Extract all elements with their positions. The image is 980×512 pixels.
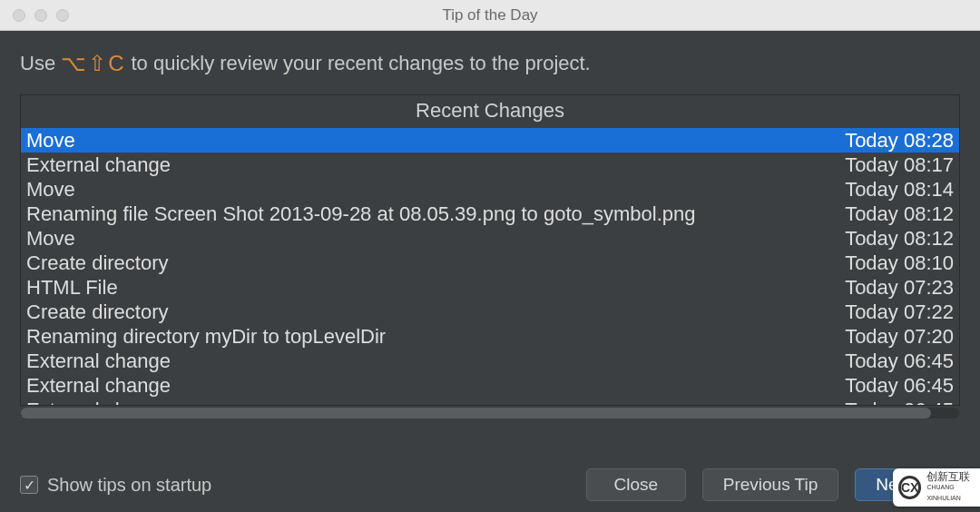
list-item-time: Today 08:17 xyxy=(827,153,954,177)
watermark-text: 创新互联 CHUANG XINHULIAN xyxy=(926,471,980,504)
recent-changes-list-viewport: MoveToday 08:28External changeToday 08:1… xyxy=(21,128,959,405)
list-item-label: Move xyxy=(26,177,75,202)
list-item-label: External change xyxy=(26,349,171,373)
tip-prefix: Use xyxy=(20,52,55,75)
watermark-icon: CX xyxy=(898,476,921,499)
list-item-label: Create directory xyxy=(26,251,169,275)
list-item-time: Today 08:12 xyxy=(827,202,954,226)
watermark-line2: CHUANG XINHULIAN xyxy=(926,482,980,504)
list-item-time: Today 06:45 xyxy=(827,398,954,405)
dialog-content: Use ⌥⇧C to quickly review your recent ch… xyxy=(0,31,980,428)
list-item-label: Create directory xyxy=(26,300,169,324)
close-button[interactable]: Close xyxy=(586,468,686,501)
list-item-time: Today 07:22 xyxy=(827,300,954,324)
shortcut-icon: ⌥⇧C xyxy=(61,51,125,76)
show-tips-checkbox[interactable]: ✓ Show tips on startup xyxy=(20,475,211,496)
recent-changes-list[interactable]: MoveToday 08:28External changeToday 08:1… xyxy=(21,128,959,405)
list-item[interactable]: MoveToday 08:14 xyxy=(21,177,959,202)
list-item-time: Today 06:45 xyxy=(827,373,954,398)
list-item-label: External change xyxy=(26,373,171,398)
list-item[interactable]: External changeToday 06:45 xyxy=(21,373,959,398)
list-item-label: External change xyxy=(26,398,171,405)
list-item[interactable]: Renaming directory myDir to topLevelDirT… xyxy=(21,324,959,349)
dialog-footer: ✓ Show tips on startup Close Previous Ti… xyxy=(0,458,980,512)
previous-tip-button[interactable]: Previous Tip xyxy=(702,468,839,501)
list-item-time: Today 08:28 xyxy=(827,128,954,153)
scrollbar-thumb[interactable] xyxy=(21,408,931,418)
titlebar: Tip of the Day xyxy=(0,0,980,31)
watermark-line1: 创新互联 xyxy=(926,471,980,482)
list-item-label: Move xyxy=(26,128,75,153)
list-item[interactable]: External changeToday 08:17 xyxy=(21,153,959,177)
list-item-time: Today 06:45 xyxy=(827,349,954,373)
list-item[interactable]: Create directoryToday 08:10 xyxy=(21,251,959,275)
horizontal-scrollbar[interactable] xyxy=(21,408,959,418)
list-item-label: Move xyxy=(26,226,75,251)
list-item-label: HTML File xyxy=(26,275,118,300)
watermark-badge: CX 创新互联 CHUANG XINHULIAN xyxy=(893,468,980,507)
tip-text: Use ⌥⇧C to quickly review your recent ch… xyxy=(20,51,960,76)
list-item[interactable]: Create directoryToday 07:22 xyxy=(21,300,959,324)
list-item-time: Today 07:20 xyxy=(827,324,954,349)
recent-changes-panel: Recent Changes MoveToday 08:28External c… xyxy=(20,94,960,406)
list-item[interactable]: External changeToday 06:45 xyxy=(21,398,959,405)
list-item[interactable]: HTML FileToday 07:23 xyxy=(21,275,959,300)
list-item-label: Renaming directory myDir to topLevelDir xyxy=(26,324,386,349)
list-item-time: Today 08:12 xyxy=(827,226,954,251)
list-item[interactable]: Renaming file Screen Shot 2013-09-28 at … xyxy=(21,202,959,226)
list-item-time: Today 07:23 xyxy=(827,275,954,300)
checkbox-icon[interactable]: ✓ xyxy=(20,476,38,494)
tip-suffix: to quickly review your recent changes to… xyxy=(131,52,590,75)
list-item-time: Today 08:10 xyxy=(827,251,954,275)
list-item-label: External change xyxy=(26,153,171,177)
panel-title: Recent Changes xyxy=(21,95,959,128)
list-item-label: Renaming file Screen Shot 2013-09-28 at … xyxy=(26,202,696,226)
list-item[interactable]: External changeToday 06:45 xyxy=(21,349,959,373)
list-item-time: Today 08:14 xyxy=(827,177,954,202)
window-title: Tip of the Day xyxy=(0,6,980,25)
list-item[interactable]: MoveToday 08:12 xyxy=(21,226,959,251)
list-item[interactable]: MoveToday 08:28 xyxy=(21,128,959,153)
show-tips-label: Show tips on startup xyxy=(47,475,211,496)
